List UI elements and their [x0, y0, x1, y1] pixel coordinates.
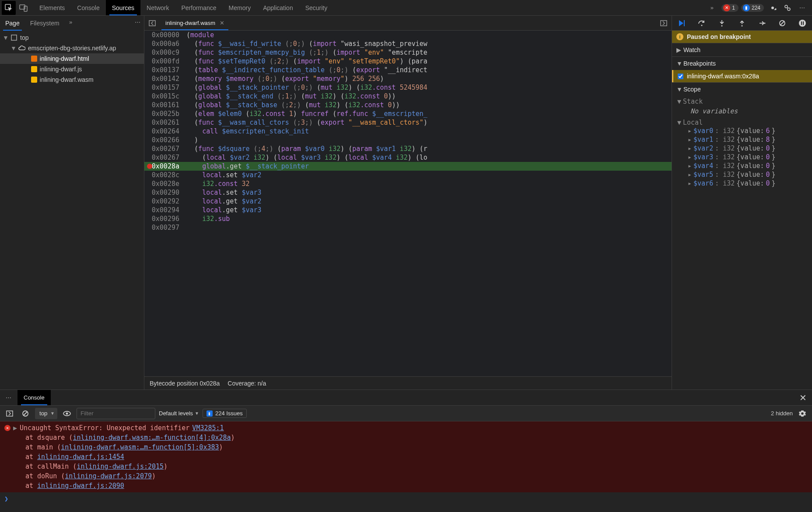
stack-label: Stack [683, 98, 703, 105]
scope-variable[interactable]: ▸ $var0: i32 {value: 6} [677, 126, 809, 135]
drawer-menu-icon[interactable]: ⋯ [0, 392, 18, 404]
watch-section[interactable]: ▶Watch [672, 43, 812, 56]
stack-link[interactable]: inlining-dwarf.wasm:…m-function[5]:0x383 [61, 443, 219, 451]
tab-performance[interactable]: Performance [175, 0, 222, 15]
issue-count-badge[interactable]: ▮ 224 [741, 4, 764, 12]
svg-rect-17 [7, 411, 13, 416]
context-selector[interactable]: top [35, 408, 57, 419]
breakpoints-label: Breakpoints [683, 60, 716, 67]
error-source-link[interactable]: VM3285:1 [192, 423, 224, 433]
pause-on-exceptions-icon[interactable] [796, 17, 808, 29]
more-navigator-tabs-icon[interactable]: » [65, 16, 77, 28]
scope-variable[interactable]: ▸ $var5: i32 {value: 0} [677, 170, 809, 179]
context-select[interactable]: top [35, 408, 57, 419]
console-output[interactable]: ✕▶Uncaught SyntaxError: Unexpected ident… [0, 421, 812, 512]
tab-memory[interactable]: Memory [223, 0, 257, 15]
tree-domain[interactable]: ▼emscripten-dbg-stories.netlify.ap [0, 43, 144, 53]
debugger-toolbar [672, 16, 812, 31]
coverage-status: Coverage: n/a [228, 380, 266, 387]
inspect-element-icon[interactable] [2, 1, 16, 15]
paused-message: Paused on breakpoint [687, 33, 751, 40]
toggle-navigator-icon[interactable] [144, 16, 160, 30]
stack-link[interactable]: inlining-dwarf.wasm:…m-function[4]:0x28a [73, 434, 231, 442]
close-tab-icon[interactable]: ✕ [220, 20, 224, 26]
step-over-icon[interactable] [696, 17, 708, 29]
experiments-icon[interactable] [781, 2, 794, 14]
scope-variable[interactable]: ▸ $var1: i32 {value: 8} [677, 135, 809, 144]
step-icon[interactable] [756, 17, 768, 29]
tab-console[interactable]: Console [71, 0, 105, 15]
console-drawer: ⋯ Console ✕ top Default levels ▼ ▮224 Is… [0, 389, 812, 512]
deactivate-breakpoints-icon[interactable] [776, 17, 788, 29]
stack-header[interactable]: ▼Stack [677, 98, 809, 105]
scope-section[interactable]: ▼Scope [672, 82, 812, 96]
local-header[interactable]: ▼Local [677, 119, 809, 126]
error-count-badge[interactable]: ✕ 1 [721, 4, 738, 12]
navigator-pane: PageFilesystem » ⋯ ▼top▼emscripten-dbg-s… [0, 16, 144, 389]
resume-icon[interactable] [676, 17, 688, 29]
scope-variable[interactable]: ▸ $var2: i32 {value: 0} [677, 144, 809, 153]
tab-elements[interactable]: Elements [33, 0, 71, 15]
scope-variable[interactable]: ▸ $var4: i32 {value: 0} [677, 161, 809, 170]
tab-application[interactable]: Application [257, 0, 299, 15]
tree-file[interactable]: inlining-dwarf.wasm [0, 74, 144, 85]
editor-tab[interactable]: inlining-dwarf.wasm ✕ [160, 16, 230, 30]
tab-network[interactable]: Network [140, 0, 175, 15]
code-editor[interactable]: 0x00000(module0x000a6 (func $__wasi_fd_w… [144, 31, 672, 376]
settings-icon[interactable] [766, 2, 779, 14]
clear-console-icon[interactable] [19, 407, 32, 420]
live-expression-icon[interactable] [61, 407, 73, 420]
step-out-icon[interactable] [736, 17, 748, 29]
cloud-icon [18, 45, 25, 52]
stack-link[interactable]: inlining-dwarf.js:2079 [65, 472, 152, 480]
breakpoints-section[interactable]: ▼Breakpoints [672, 56, 812, 70]
close-drawer-icon[interactable]: ✕ [794, 393, 812, 403]
console-filter-input[interactable] [77, 408, 155, 419]
navigator-tab-page[interactable]: Page [0, 16, 25, 31]
scope-variable[interactable]: ▸ $var6: i32 {value: 0} [677, 179, 809, 188]
svg-rect-5 [11, 35, 17, 40]
navigator-menu-icon[interactable]: ⋯ [132, 16, 144, 28]
tab-security[interactable]: Security [299, 0, 334, 15]
frame-icon [10, 34, 18, 41]
device-toolbar-icon[interactable] [18, 2, 30, 14]
svg-rect-2 [24, 6, 27, 11]
editor-tab-label: inlining-dwarf.wasm [165, 20, 215, 26]
scope-variable[interactable]: ▸ $var3: i32 {value: 0} [677, 153, 809, 161]
kebab-menu-icon[interactable]: ⋯ [796, 2, 808, 14]
issues-pill[interactable]: ▮224 Issues [203, 409, 247, 418]
info-icon: i [676, 33, 683, 40]
stack-link[interactable]: inlining-dwarf.js:1454 [37, 453, 124, 461]
breakpoint-item[interactable]: inlining-dwarf.wasm:0x28a [672, 70, 812, 82]
breakpoint-checkbox[interactable] [678, 74, 683, 79]
tree-file[interactable]: inlining-dwarf.html [0, 53, 144, 64]
main-tabstrip: ElementsConsoleSourcesNetworkPerformance… [0, 0, 812, 16]
file-icon [31, 66, 37, 72]
log-levels-selector[interactable]: Default levels ▼ [159, 410, 199, 417]
error-icon: ✕ [4, 425, 10, 431]
file-icon [31, 56, 37, 62]
svg-rect-15 [801, 21, 802, 25]
console-prompt[interactable]: ❯ [0, 492, 812, 505]
console-sidebar-icon[interactable] [4, 407, 16, 420]
hidden-count[interactable]: 2 hidden [771, 410, 793, 417]
editor-statusbar: Bytecode position 0x028a Coverage: n/a [144, 376, 672, 389]
watch-label: Watch [683, 46, 700, 53]
console-settings-icon[interactable] [796, 407, 808, 420]
navigator-tabs: PageFilesystem » ⋯ [0, 16, 144, 31]
tab-sources[interactable]: Sources [106, 0, 140, 15]
stack-link[interactable]: inlining-dwarf.js:2015 [77, 463, 164, 470]
navigator-tab-filesystem[interactable]: Filesystem [25, 16, 65, 31]
issue-icon: ▮ [743, 4, 750, 11]
more-tabs-icon[interactable]: » [706, 2, 718, 14]
drawer-tab-console[interactable]: Console [18, 390, 51, 405]
stack-link[interactable]: inlining-dwarf.js:2090 [37, 482, 124, 490]
debugger-pane: i Paused on breakpoint ▶Watch ▼Breakpoin… [672, 16, 812, 389]
editor-pane: inlining-dwarf.wasm ✕ 0x00000(module0x00… [144, 16, 672, 389]
tree-top[interactable]: ▼top [0, 32, 144, 43]
toggle-debugger-icon[interactable] [656, 16, 672, 30]
step-into-icon[interactable] [716, 17, 728, 29]
paused-banner: i Paused on breakpoint [672, 31, 812, 43]
svg-rect-16 [803, 21, 804, 25]
tree-file[interactable]: inlining-dwarf.js [0, 64, 144, 74]
